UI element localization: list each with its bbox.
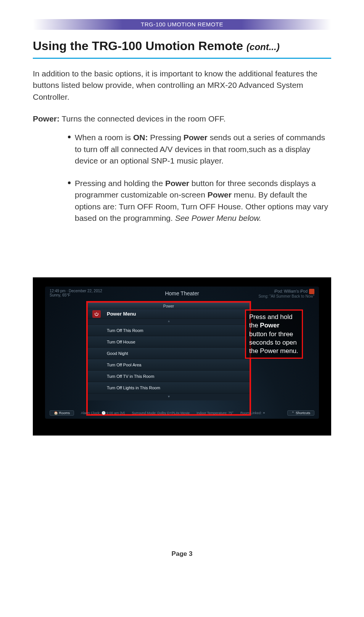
bullet-2-power-1: Power [165,179,189,188]
album-art-icon [309,289,314,294]
shortcuts-label: Shortcuts [296,411,310,415]
shortcuts-button[interactable]: ⌃ Shortcuts [287,410,314,416]
bullet-2-power-2: Power [208,190,232,199]
osd-ipod-label: iPod: [274,289,283,293]
bullet-1-power: Power [184,133,208,142]
bullet-2: Pressing and holding the Power button fo… [68,178,331,224]
temperature-status: Indoor Temperature: 75° [196,411,234,415]
osd-bottom-bar: 🏠 Rooms Alarm Clock: 🕑 9:00 am (M) Surro… [50,410,314,416]
surround-status: Surround Mode: Dolby D+PLIIx Movie [132,411,190,415]
screenshot-embed: 12:49 pm · December 22, 2012 Sunny, 65°F… [33,277,331,436]
osd-top-bar: 12:49 pm · December 22, 2012 Sunny, 65°F… [50,289,314,300]
osd-ipod-value: William's iPod [283,289,308,293]
osd-song: Song: "All Summer Back to Now" [258,294,314,298]
rooms-button[interactable]: 🏠 Rooms [50,410,74,416]
bullet-1-a: When a room is [75,133,133,142]
title-main: Using the TRG-100 Umotion Remote [33,39,246,53]
callout-box: Press and hold the Power button for thre… [245,309,303,358]
title-rule [33,58,331,59]
bullet-2-see: See Power Menu below. [175,214,261,222]
bullet-2-a: Pressing and holding the [75,179,165,188]
room-link-status: Room Linked: ⚭ [240,411,266,415]
osd-now-playing: iPod: William's iPod Song: "All Summer B… [258,289,314,298]
bullet-1-b: Pressing [148,133,183,142]
page-title: Using the TRG-100 Umotion Remote (cont..… [33,39,331,53]
osd-screen: 12:49 pm · December 22, 2012 Sunny, 65°F… [45,287,319,419]
callout-power: Power [260,322,279,329]
callout-b: button for three seconds to open the Pow… [249,330,298,355]
alarm-status: Alarm Clock: 🕑 9:00 am (M) [81,411,125,415]
feature-bullets: When a room is ON: Pressing Power sends … [68,132,331,224]
power-definition: Power: Turns the connected devices in th… [33,114,331,123]
power-label: Power: [33,114,60,123]
title-cont: (cont...) [246,42,280,52]
bullet-1-on: ON: [133,133,148,142]
rooms-label: Rooms [59,411,70,415]
bullet-1: When a room is ON: Pressing Power sends … [68,132,331,167]
power-text: Turns the connected devices in the room … [60,114,225,123]
intro-paragraph: In addition to the basic options, it is … [33,68,331,103]
doc-header-banner: TRG-100 UMOTION REMOTE [33,19,331,30]
banner-text: TRG-100 UMOTION REMOTE [141,21,223,28]
power-menu-highlight-frame [86,301,251,416]
page-number: Page 3 [33,550,331,558]
